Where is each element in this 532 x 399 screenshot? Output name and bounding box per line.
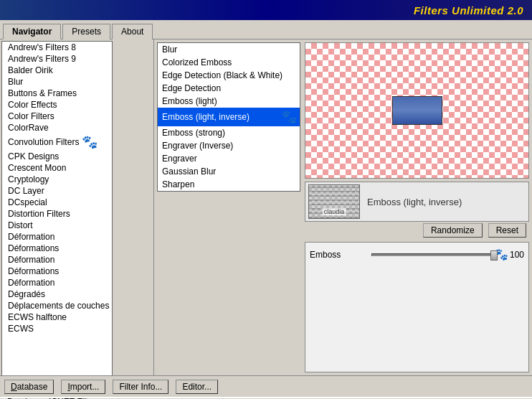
list-item[interactable]: Déformations bbox=[2, 243, 112, 254]
preview-area: claudia Emboss (light, inverse) Randomiz… bbox=[305, 42, 529, 372]
app-title: Filters Unlimited 2.0 bbox=[414, 4, 523, 17]
database-label: atabase bbox=[17, 382, 48, 392]
list-item[interactable]: Distortion Filters bbox=[2, 208, 112, 220]
list-item[interactable]: Andrew's Filters 9 bbox=[2, 53, 112, 65]
slider-label: Emboss bbox=[310, 250, 367, 260]
database-underline: D bbox=[11, 382, 17, 392]
left-panel: Andrew's Filters 8 Andrew's Filters 9 Ba… bbox=[0, 39, 154, 375]
filter-info-label: Filter Info... bbox=[119, 382, 162, 392]
sub-filter-list[interactable]: Blur Colorized Emboss Edge Detection (Bl… bbox=[157, 42, 300, 192]
randomize-button[interactable]: Randomize bbox=[423, 223, 483, 238]
right-panel: Blur Colorized Emboss Edge Detection (Bl… bbox=[154, 39, 532, 375]
slider-track[interactable] bbox=[371, 253, 495, 256]
sub-item[interactable]: Edge Detection (Black & White) bbox=[158, 69, 300, 82]
list-item[interactable]: Déformations bbox=[2, 266, 112, 277]
sub-item[interactable]: Colorized Emboss bbox=[158, 56, 300, 69]
filter-list[interactable]: Andrew's Filters 8 Andrew's Filters 9 Ba… bbox=[1, 41, 113, 375]
filter-thumbnail: claudia bbox=[308, 184, 360, 219]
preview-rect bbox=[392, 96, 442, 125]
filter-list-row: Andrew's Filters 8 Andrew's Filters 9 Ba… bbox=[0, 39, 153, 375]
title-bar: Filters Unlimited 2.0 bbox=[0, 0, 532, 20]
slider-value: 🐾 100 bbox=[499, 248, 524, 261]
list-item[interactable]: DCspecial bbox=[2, 197, 112, 208]
slider-row: Emboss 🐾 100 bbox=[310, 245, 524, 263]
import-label: mport... bbox=[70, 382, 100, 392]
list-item[interactable]: CPK Designs bbox=[2, 151, 112, 162]
preview-canvas bbox=[305, 42, 529, 179]
convolution-label: Convolution Filters bbox=[8, 137, 79, 147]
sub-item[interactable]: Emboss (strong) bbox=[158, 126, 300, 139]
slider-fill bbox=[372, 254, 494, 255]
list-item[interactable]: Déformation bbox=[2, 231, 112, 243]
list-item[interactable]: ECWS bbox=[2, 323, 112, 334]
list-item[interactable]: Déformation bbox=[2, 254, 112, 266]
list-item[interactable]: Déplacements de couches bbox=[2, 300, 112, 311]
list-item[interactable]: DC Layer bbox=[2, 185, 112, 197]
arrow-right-icon: 🐾 bbox=[281, 109, 297, 125]
sub-item[interactable]: Gaussian Blur bbox=[158, 165, 300, 178]
editor-button[interactable]: Editor... bbox=[176, 380, 218, 394]
import-button[interactable]: Import... bbox=[61, 380, 105, 394]
sub-item[interactable]: Engraver (Inverse) bbox=[158, 139, 300, 152]
filter-info-button[interactable]: Filter Info... bbox=[113, 380, 168, 394]
tab-about[interactable]: About bbox=[112, 24, 153, 39]
list-item[interactable]: Andrew's Filters 8 bbox=[2, 42, 112, 53]
list-item[interactable]: Déformation bbox=[2, 277, 112, 288]
sub-item-selected[interactable]: Emboss (light, inverse) 🐾 bbox=[158, 108, 300, 126]
list-item-convolution[interactable]: Convolution Filters 🐾 bbox=[2, 133, 112, 151]
sub-item[interactable]: Sharpen bbox=[158, 178, 300, 191]
sub-item[interactable]: Blur bbox=[158, 43, 300, 56]
status-info: Database: ICNET-Filters Filters: 4611 bbox=[7, 396, 376, 399]
list-item[interactable]: ColorRave bbox=[2, 122, 112, 133]
list-item[interactable]: ECWS halftone bbox=[2, 311, 112, 323]
list-item[interactable]: Color Effects bbox=[2, 99, 112, 111]
list-item[interactable]: Distort bbox=[2, 220, 112, 231]
list-item[interactable]: Balder Oirik bbox=[2, 65, 112, 76]
main-content: Andrew's Filters 8 Andrew's Filters 9 Ba… bbox=[0, 39, 532, 375]
filter-name-label: Emboss (light, inverse) bbox=[360, 197, 526, 207]
sub-item[interactable]: Edge Detection bbox=[158, 82, 300, 95]
editor-label: Editor... bbox=[182, 382, 212, 392]
tab-bar: Navigator Presets About bbox=[0, 20, 532, 39]
sliders-area: Emboss 🐾 100 bbox=[305, 242, 529, 372]
thumb-text: claudia bbox=[323, 208, 346, 215]
tab-navigator[interactable]: Navigator bbox=[3, 24, 61, 39]
reset-button[interactable]: Reset bbox=[488, 223, 526, 238]
bottom-toolbar: Database Import... Filter Info... Editor… bbox=[0, 375, 532, 397]
database-status: Database: ICNET-Filters bbox=[7, 396, 376, 399]
list-item[interactable]: Color Filters bbox=[2, 111, 112, 122]
list-item[interactable]: Dégradés bbox=[2, 288, 112, 300]
slider-number: 100 bbox=[510, 250, 524, 260]
slider-thumb[interactable] bbox=[490, 250, 498, 260]
tab-presets[interactable]: Presets bbox=[62, 24, 110, 39]
list-item[interactable]: Cryptology bbox=[2, 174, 112, 185]
right-bottom-controls: Randomize Reset bbox=[305, 222, 529, 239]
list-item[interactable]: Crescent Moon bbox=[2, 162, 112, 174]
list-item[interactable]: Buttons & Frames bbox=[2, 88, 112, 99]
sub-item[interactable]: Emboss (light) bbox=[158, 95, 300, 108]
filter-preview-row: claudia Emboss (light, inverse) bbox=[305, 182, 529, 222]
database-button[interactable]: Database bbox=[4, 380, 54, 394]
list-item[interactable]: Blur bbox=[2, 76, 112, 88]
sub-item[interactable]: Engraver bbox=[158, 152, 300, 165]
filter-sub-panel: Blur Colorized Emboss Edge Detection (Bl… bbox=[157, 42, 529, 372]
selected-label: Emboss (light, inverse) bbox=[162, 112, 250, 122]
arrow-pointer-icon: 🐾 bbox=[82, 134, 98, 150]
